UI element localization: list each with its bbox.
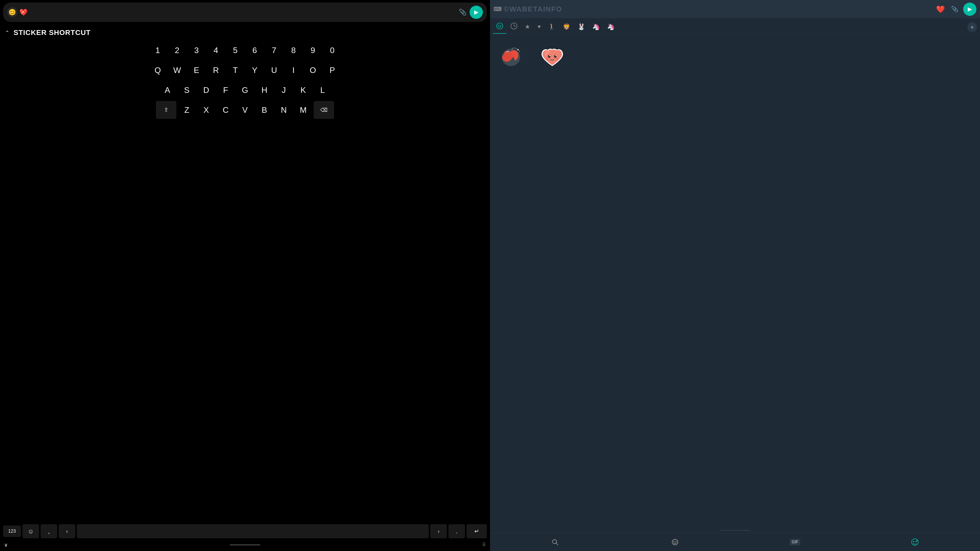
tab-char4[interactable]: 🦄 xyxy=(589,21,603,33)
key-e[interactable]: E xyxy=(188,61,205,79)
svg-point-26 xyxy=(913,541,915,542)
tab-saved[interactable]: ♥ xyxy=(535,21,544,33)
period-key[interactable]: . xyxy=(449,524,465,538)
key-4[interactable]: 4 xyxy=(207,41,225,59)
add-sticker-pack-button[interactable]: + xyxy=(967,22,977,32)
cursor-right-key[interactable]: › xyxy=(430,524,447,538)
key-t[interactable]: T xyxy=(226,61,244,79)
send-button-left[interactable]: ▶ xyxy=(469,6,483,19)
key-6[interactable]: 6 xyxy=(246,41,264,59)
svg-point-17 xyxy=(547,59,548,60)
svg-line-5 xyxy=(514,26,515,27)
sticker-panel: ⌨ ©WABETAINFO ❤️ 📎 ▶ xyxy=(490,0,980,551)
emoji-icon-bottom[interactable] xyxy=(669,536,681,548)
svg-point-8 xyxy=(519,51,520,52)
svg-point-12 xyxy=(549,55,550,56)
svg-point-0 xyxy=(496,23,503,29)
key-j[interactable]: J xyxy=(275,81,293,99)
tab-char2[interactable]: 🦁 xyxy=(560,21,573,33)
key-r[interactable]: R xyxy=(207,61,225,79)
send-arrow-icon-right: ▶ xyxy=(968,6,972,13)
key-q[interactable]: Q xyxy=(149,61,167,79)
hide-keyboard-button[interactable]: ∨ xyxy=(4,542,8,548)
svg-point-18 xyxy=(557,59,557,59)
key-9[interactable]: 9 xyxy=(304,41,322,59)
tab-char5[interactable]: 🦄 xyxy=(604,21,618,33)
svg-point-2 xyxy=(500,25,501,26)
cursor-left-key[interactable]: ‹ xyxy=(59,524,75,538)
sticker-heart-plane[interactable] xyxy=(495,39,531,75)
key-o[interactable]: O xyxy=(304,61,322,79)
watermark-text: ©WABETAINFO xyxy=(504,5,934,13)
tab-starred[interactable]: ★ xyxy=(522,21,533,33)
tab-stickers[interactable] xyxy=(493,21,506,34)
key-f[interactable]: F xyxy=(217,81,234,99)
send-button-right[interactable]: ▶ xyxy=(963,3,977,16)
tab-char1[interactable]: 🚶 xyxy=(545,21,558,33)
key-x[interactable]: X xyxy=(197,101,215,119)
key-h[interactable]: H xyxy=(256,81,273,99)
key-2[interactable]: 2 xyxy=(168,41,186,59)
heart-icon-right[interactable]: ❤️ xyxy=(936,5,945,14)
svg-point-9 xyxy=(518,52,519,53)
sticker-cute-heart[interactable] xyxy=(534,39,570,75)
svg-point-19 xyxy=(558,59,558,60)
key-5[interactable]: 5 xyxy=(226,41,244,59)
key-d[interactable]: D xyxy=(197,81,215,99)
svg-point-22 xyxy=(672,539,678,545)
sticker-top-bar: ⌨ ©WABETAINFO ❤️ 📎 ▶ xyxy=(490,0,980,18)
key-s[interactable]: S xyxy=(178,81,196,99)
key-v[interactable]: V xyxy=(236,101,254,119)
gif-button[interactable]: GIF xyxy=(789,536,801,548)
key-z[interactable]: Z xyxy=(178,101,196,119)
sticker-shortcut-header: ⌃ STICKER SHORTCUT xyxy=(0,24,490,39)
key-c[interactable]: C xyxy=(217,101,234,119)
key-b[interactable]: B xyxy=(256,101,273,119)
key-y[interactable]: Y xyxy=(246,61,264,79)
number-row: 1 2 3 4 5 6 7 8 9 0 xyxy=(3,41,487,59)
key-3[interactable]: 3 xyxy=(188,41,205,59)
svg-point-7 xyxy=(517,49,519,51)
app-container: 😊 ❤️ ↗ 📎 ▶ ⌃ STICKER SHORTCUT 1 2 3 4 5 … xyxy=(0,0,980,551)
key-123[interactable]: 123 xyxy=(3,526,21,537)
a-row: A S D F G H J K L xyxy=(3,81,487,99)
attachment-icon[interactable]: 📎 xyxy=(459,9,466,16)
key-l[interactable]: L xyxy=(313,81,331,99)
svg-point-13 xyxy=(555,55,556,56)
tab-char3[interactable]: 🐰 xyxy=(574,21,588,33)
chevron-up-icon[interactable]: ⌃ xyxy=(5,30,10,36)
key-a[interactable]: A xyxy=(159,81,177,99)
keyboard-very-bottom: ∨ ⠿ xyxy=(0,540,490,551)
sticker-panel-icon[interactable] xyxy=(908,536,921,548)
shift-key[interactable]: ⇧ xyxy=(156,101,177,119)
space-key[interactable] xyxy=(77,524,429,538)
comma-key[interactable]: , xyxy=(41,524,57,538)
enter-key[interactable]: ↵ xyxy=(466,524,487,538)
tab-recent[interactable] xyxy=(508,21,520,34)
svg-point-1 xyxy=(498,25,499,26)
attachment-icon-right[interactable]: 📎 xyxy=(951,6,958,13)
key-1[interactable]: 1 xyxy=(149,41,167,59)
keyboard-toggle-icon[interactable]: ⌨ xyxy=(493,6,502,13)
cursor-arrow-icon: ↗ xyxy=(21,10,24,15)
gif-label[interactable]: GIF xyxy=(790,539,800,545)
key-u[interactable]: U xyxy=(265,61,283,79)
svg-point-14 xyxy=(546,58,549,60)
key-p[interactable]: P xyxy=(323,61,341,79)
key-g[interactable]: G xyxy=(236,81,254,99)
backspace-key[interactable]: ⌫ xyxy=(313,101,334,119)
key-k[interactable]: K xyxy=(294,81,312,99)
key-0[interactable]: 0 xyxy=(323,41,341,59)
key-7[interactable]: 7 xyxy=(265,41,283,59)
emoji-button[interactable]: 😊 xyxy=(7,7,18,17)
keyboard-switcher-icon[interactable]: ⠿ xyxy=(482,542,486,548)
key-n[interactable]: N xyxy=(275,101,293,119)
key-w[interactable]: W xyxy=(168,61,186,79)
key-m[interactable]: M xyxy=(294,101,312,119)
keyboard-top-bar: 😊 ❤️ ↗ 📎 ▶ xyxy=(3,3,487,22)
search-icon-bottom[interactable] xyxy=(549,536,562,548)
emoji-key[interactable]: ☺ xyxy=(22,524,39,538)
key-8[interactable]: 8 xyxy=(285,41,302,59)
sticker-content-area xyxy=(490,34,980,530)
key-i[interactable]: I xyxy=(285,61,302,79)
